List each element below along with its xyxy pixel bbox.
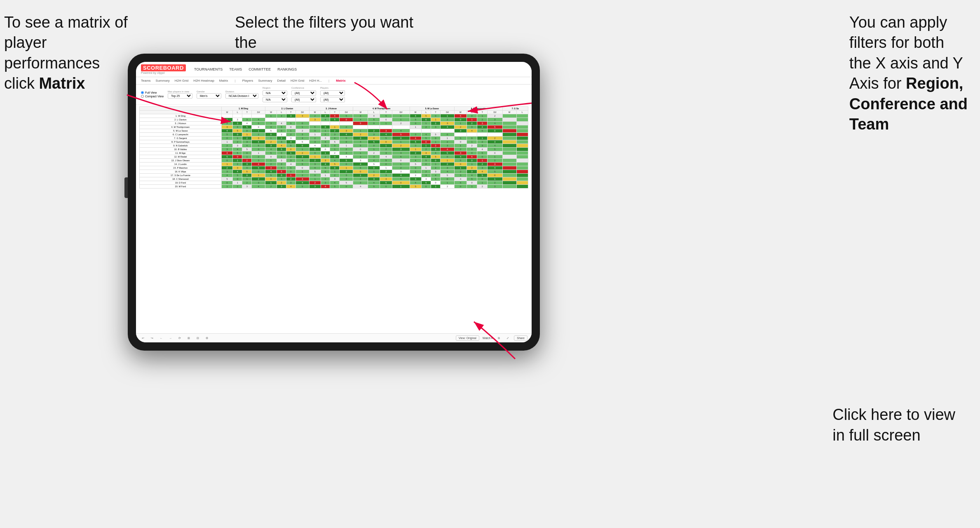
matrix-cell: 3: [441, 144, 455, 148]
redo-btn[interactable]: ↪: [149, 336, 155, 340]
refresh-btn[interactable]: ⟳: [177, 336, 183, 340]
subnav-matrix[interactable]: Matrix: [219, 79, 228, 82]
subnav-summary[interactable]: Summary: [156, 79, 170, 82]
region-select-2[interactable]: N/A: [263, 97, 287, 102]
fullscreen-btn[interactable]: ⤢: [505, 336, 511, 340]
subnav-players-h2h-h[interactable]: H2H H...: [309, 79, 322, 82]
max-players-select[interactable]: Top 25: [168, 93, 192, 99]
matrix-cell: [502, 148, 516, 151]
matrix-cell: 1: [252, 151, 265, 155]
matrix-cell: 0: [330, 166, 340, 170]
nav-teams[interactable]: TEAMS: [229, 67, 242, 71]
zoom-out-btn[interactable]: ⊟: [195, 336, 201, 340]
subnav-players-detail[interactable]: Detail: [277, 79, 286, 82]
screen-btn[interactable]: ⧉: [496, 336, 502, 340]
matrix-cell: 1: [488, 155, 502, 159]
conference-select-2[interactable]: (All): [291, 97, 316, 102]
subnav-matrix-active[interactable]: Matrix: [336, 79, 346, 82]
matrix-cell: 5: [286, 144, 295, 148]
row-label: 17. S De La Fuente: [140, 174, 222, 177]
subnav-players-summary[interactable]: Summary: [258, 79, 272, 82]
matrix-cell: 0: [295, 166, 309, 170]
matrix-cell: 3: [488, 118, 502, 122]
matrix-cell: 4: [477, 148, 488, 151]
matrix-cell: 4: [233, 170, 242, 174]
conference-select-1[interactable]: (All): [291, 90, 316, 96]
matrix-cell: 2: [368, 174, 380, 177]
matrix-cell: 3: [330, 133, 340, 137]
table-row: 10. B Valdes345045015012012312342345: [140, 148, 528, 151]
matrix-cell: 4: [488, 166, 502, 170]
matrix-cell: 3: [265, 166, 277, 170]
compact-view-radio[interactable]: Compact View: [141, 95, 164, 98]
matrix-cell: 5: [368, 118, 380, 122]
matrix-cell: 1: [441, 159, 455, 163]
gender-select[interactable]: Men's: [197, 93, 221, 99]
matrix-cell: 1: [477, 159, 488, 163]
matrix-cell: 3: [368, 133, 380, 137]
matrix-cell: 1: [242, 177, 252, 181]
nav-committee[interactable]: COMMITTEE: [249, 67, 271, 71]
matrix-cell: 1: [353, 174, 368, 177]
players-select-2[interactable]: (All): [320, 97, 345, 102]
matrix-cell: [516, 125, 528, 129]
table-row: 16. K Vilips345045015012012312342345: [140, 170, 528, 174]
matrix-cell: 5: [431, 133, 440, 137]
matrix-cell: 3: [330, 155, 340, 159]
matrix-cell: [380, 125, 392, 129]
matrix-cell: 0: [441, 177, 455, 181]
matrix-cell: 0: [392, 137, 410, 140]
table-row: 7. G Sargent012312342345345045015012: [140, 137, 528, 140]
matrix-cell: 0: [454, 185, 467, 189]
subnav-h2h-heatmap[interactable]: H2H Heatmap: [193, 79, 214, 82]
players-select-1[interactable]: (All): [320, 90, 345, 96]
matrix-cell: 3: [286, 181, 295, 185]
matrix-cell: 1: [340, 166, 353, 170]
share-btn[interactable]: Share: [514, 335, 528, 341]
matrix-cell: 3: [380, 174, 392, 177]
full-view-radio[interactable]: Full View: [141, 91, 164, 94]
matrix-cell: 4: [321, 163, 330, 166]
matrix-cell: 2: [295, 129, 309, 133]
matrix-cell: 1: [295, 148, 309, 151]
matrix-cell: [309, 122, 321, 125]
nav-tournaments[interactable]: TOURNAMENTS: [194, 67, 223, 71]
matrix-cell: 3: [340, 129, 353, 133]
matrix-cell: 1: [233, 159, 242, 163]
matrix-cell: 2: [265, 163, 277, 166]
back-btn[interactable]: ←: [158, 336, 164, 340]
matrix-cell: 1: [467, 163, 477, 166]
subnav-players[interactable]: Players: [242, 79, 253, 82]
matrix-cell: 2: [252, 177, 265, 181]
matrix-cell: 3: [454, 129, 467, 133]
forward-btn[interactable]: →: [168, 336, 174, 340]
zoom-in-btn[interactable]: ⊞: [186, 336, 192, 340]
nav-rankings[interactable]: RANKINGS: [277, 67, 297, 71]
matrix-cell: 2: [286, 155, 295, 159]
matrix-cell: 1: [410, 125, 421, 129]
matrix-cell: 1: [242, 155, 252, 159]
watch-btn[interactable]: Watch ▾: [483, 337, 493, 340]
subnav-players-h2h-grid[interactable]: H2H Grid: [291, 79, 304, 82]
subnav-teams[interactable]: Teams: [141, 79, 151, 82]
undo-btn[interactable]: ↩: [140, 336, 146, 340]
settings-btn[interactable]: ⚙: [204, 336, 210, 340]
matrix-cell: 5: [421, 137, 431, 140]
matrix-cell: 2: [233, 118, 242, 122]
matrix-cell: 0: [242, 174, 252, 177]
matrix-cell: 4: [233, 148, 242, 151]
matrix-cell: [516, 185, 528, 189]
matrix-cell: 5: [368, 185, 380, 189]
matrix-cell: 2: [441, 163, 455, 166]
row-label: 10. B Valdes: [140, 148, 222, 151]
view-original-btn[interactable]: View: Original: [456, 335, 479, 341]
matrix-cell: 5: [242, 148, 252, 151]
subnav-h2h-grid[interactable]: H2H Grid: [175, 79, 188, 82]
matrix-cell: 3: [353, 159, 368, 163]
division-select[interactable]: NCAA Division I: [225, 93, 258, 99]
region-select-1[interactable]: N/A: [263, 90, 287, 96]
matrix-cell: 3: [309, 185, 321, 189]
matrix-cell: 4: [353, 118, 368, 122]
matrix-cell: 4: [252, 118, 265, 122]
matrix-cell: 4: [353, 185, 368, 189]
